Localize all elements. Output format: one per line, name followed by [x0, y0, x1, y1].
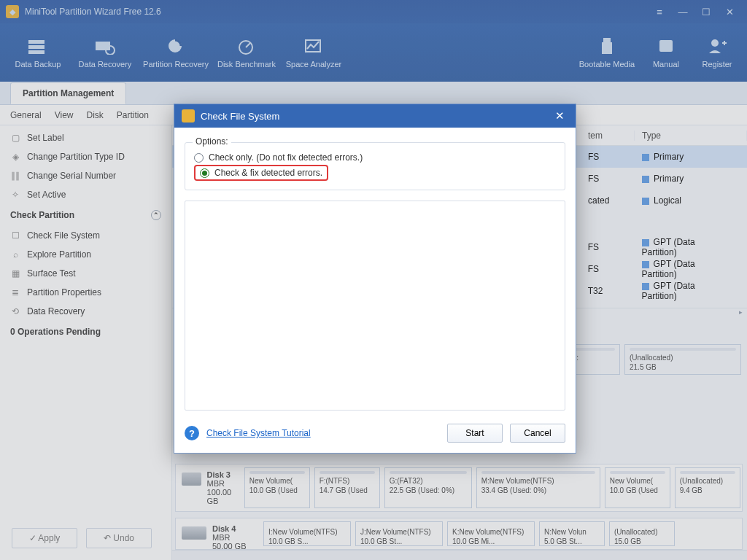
- menu-view[interactable]: View: [55, 110, 74, 120]
- apply-button[interactable]: ✓ Apply: [12, 528, 77, 548]
- benchmark-icon: [236, 36, 258, 55]
- tab-partition-management[interactable]: Partition Management: [10, 82, 126, 104]
- partition-box[interactable]: (Unallocated)15.0 GB: [609, 521, 675, 546]
- partition-box[interactable]: N:New Volun5.0 GB St...: [539, 521, 605, 546]
- star-icon: ✧: [10, 190, 20, 200]
- tag-icon: ▢: [10, 133, 20, 143]
- main-toolbar: Data Backup Data Recovery Partition Reco…: [0, 23, 747, 82]
- start-button[interactable]: Start: [447, 424, 503, 443]
- chevron-up-icon: ⌃: [151, 210, 161, 220]
- pending-ops-label: 0 Operations Pending: [0, 321, 171, 343]
- radio-check-fix[interactable]: Check & fix detected errors.: [200, 168, 322, 178]
- disk-header[interactable]: Disk 3MBR100.00 GB: [179, 467, 240, 508]
- space-analyzer-button[interactable]: Space Analyzer: [280, 28, 347, 77]
- dialog-title: Check File System: [201, 111, 279, 122]
- undo-button[interactable]: ↶ Undo: [86, 528, 152, 548]
- sidebar-set-active[interactable]: ✧Set Active: [0, 185, 171, 204]
- tab-strip: Partition Management: [0, 82, 747, 105]
- col-system[interactable]: tem: [581, 131, 635, 141]
- search-icon: ⌕: [10, 249, 20, 260]
- col-type[interactable]: Type: [635, 131, 747, 141]
- help-icon[interactable]: ?: [185, 426, 199, 440]
- partition-recovery-icon: [165, 36, 187, 55]
- dialog-close-button[interactable]: ✕: [551, 109, 568, 122]
- radio-check-only[interactable]: Check only. (Do not fix detected errors.…: [194, 152, 556, 163]
- disk-benchmark-button[interactable]: Disk Benchmark: [213, 28, 280, 77]
- partition-box[interactable]: I:New Volume(NTFS)10.0 GB S...: [263, 521, 351, 546]
- partition-box[interactable]: (Unallocated)21.5 GB: [624, 344, 741, 375]
- barcode-icon: ∥∥: [10, 171, 20, 181]
- horizontal-scrollbar[interactable]: [172, 550, 747, 560]
- dialog-titlebar: Check File System ✕: [174, 104, 576, 128]
- partition-box[interactable]: (Unallocated)9.4 GB: [675, 467, 740, 508]
- analyzer-icon: [303, 36, 325, 55]
- sidebar: ▢Set Label ◈Change Partition Type ID ∥∥C…: [0, 125, 172, 560]
- app-logo-icon: ◆: [6, 5, 19, 18]
- sidebar-set-label[interactable]: ▢Set Label: [0, 128, 171, 147]
- cancel-button[interactable]: Cancel: [510, 424, 565, 443]
- partition-box[interactable]: New Volume(10.0 GB (Used: [244, 467, 310, 508]
- sidebar-change-type-id[interactable]: ◈Change Partition Type ID: [0, 147, 171, 166]
- list-icon: ≣: [10, 287, 20, 298]
- dialog-footer: ? Check File System Tutorial Start Cance…: [174, 416, 576, 453]
- bootable-media-button[interactable]: Bootable Media: [573, 28, 640, 77]
- sidebar-section-check[interactable]: Check Partition⌃: [0, 204, 171, 226]
- titlebar: ◆ MiniTool Partition Wizard Free 12.6 ≡ …: [0, 0, 747, 23]
- svg-rect-2: [28, 50, 44, 54]
- partition-type-icon: [642, 154, 649, 161]
- data-recovery-button[interactable]: Data Recovery: [71, 28, 139, 77]
- partition-box[interactable]: New Volume(10.0 GB (Used: [605, 467, 670, 508]
- usb-icon: [596, 36, 618, 55]
- radio-icon: [194, 153, 204, 163]
- sidebar-change-serial[interactable]: ∥∥Change Serial Number: [0, 166, 171, 185]
- disk-icon: [182, 472, 201, 486]
- options-fieldset: Options: Check only. (Do not fix detecte…: [185, 142, 565, 190]
- sidebar-properties[interactable]: ≣Partition Properties: [0, 283, 171, 302]
- close-button[interactable]: ✕: [718, 3, 741, 20]
- manual-button[interactable]: Manual: [640, 28, 692, 77]
- menu-icon[interactable]: ≡: [648, 3, 671, 20]
- grid-icon: ▦: [10, 268, 20, 279]
- check-fs-icon: ☐: [10, 230, 20, 241]
- sidebar-footer: ✓ Apply ↶ Undo: [12, 528, 152, 548]
- partition-type-icon: [642, 176, 649, 183]
- sidebar-check-fs[interactable]: ☐Check File System: [0, 226, 171, 245]
- radio-check-fix-highlight: Check & fix detected errors.: [194, 165, 328, 181]
- tutorial-link[interactable]: Check File System Tutorial: [206, 428, 311, 438]
- sidebar-explore[interactable]: ⌕Explore Partition: [0, 245, 171, 264]
- partition-recovery-button[interactable]: Partition Recovery: [139, 28, 213, 77]
- options-legend: Options:: [193, 136, 231, 147]
- menu-partition[interactable]: Partition: [117, 110, 149, 120]
- menu-disk[interactable]: Disk: [87, 110, 104, 120]
- id-icon: ◈: [10, 152, 20, 162]
- scroll-right-icon[interactable]: ▸: [739, 308, 743, 316]
- recovery-small-icon: ⟲: [10, 306, 20, 316]
- maximize-button[interactable]: ☐: [694, 3, 718, 20]
- svg-rect-0: [28, 40, 44, 44]
- recovery-icon: [94, 36, 116, 55]
- svg-rect-1: [28, 45, 44, 49]
- book-icon: [655, 36, 677, 55]
- register-button[interactable]: Register: [692, 28, 743, 77]
- svg-line-7: [246, 43, 250, 47]
- disk-row: Disk 3MBR100.00 GB New Volume(10.0 GB (U…: [175, 464, 743, 512]
- data-backup-button[interactable]: Data Backup: [4, 28, 71, 77]
- user-plus-icon: [706, 36, 728, 55]
- disk-row: Disk 4MBR50.00 GB I:New Volume(NTFS)10.0…: [175, 518, 743, 550]
- sidebar-surface-test[interactable]: ▦Surface Test: [0, 264, 171, 283]
- partition-box[interactable]: M:New Volume(NTFS)33.4 GB (Used: 0%): [476, 467, 600, 508]
- output-panel: [185, 201, 565, 411]
- window-title: MiniTool Partition Wizard Free 12.6: [25, 7, 161, 17]
- disk-visualizer: Disk 3MBR100.00 GB New Volume(10.0 GB (U…: [175, 464, 743, 556]
- menu-general[interactable]: General: [10, 110, 42, 120]
- partition-type-icon: [642, 283, 649, 290]
- disk-icon: [182, 526, 206, 540]
- partition-box[interactable]: J:New Volume(NTFS)10.0 GB St...: [355, 521, 443, 546]
- partition-box[interactable]: F:(NTFS)14.7 GB (Used: [314, 467, 380, 508]
- minimize-button[interactable]: —: [671, 3, 694, 20]
- partition-box[interactable]: K:New Volume(NTFS)10.0 GB Mi...: [447, 521, 535, 546]
- disk-header[interactable]: Disk 4MBR50.00 GB: [179, 521, 259, 546]
- partition-box[interactable]: G:(FAT32)22.5 GB (Used: 0%): [384, 467, 472, 508]
- svg-rect-11: [659, 40, 673, 52]
- sidebar-data-recovery[interactable]: ⟲Data Recovery: [0, 302, 171, 321]
